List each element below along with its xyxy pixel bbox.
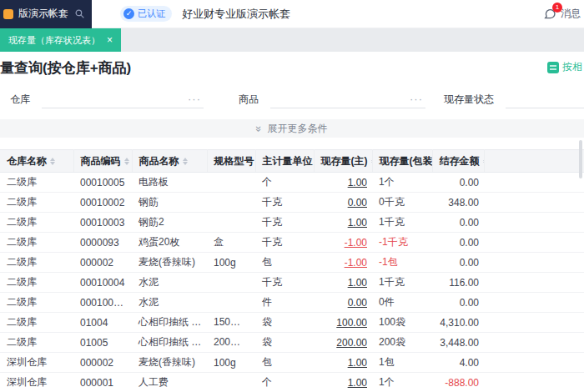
cell-qty-pkg: 1个 xyxy=(372,373,432,392)
stock-status-filter-input[interactable] xyxy=(506,90,584,108)
table-row: 二级库01005心相印抽纸 经典系列200抽*6包袋200.00200袋3,44… xyxy=(0,333,584,353)
cell-qty-main[interactable]: 200.00 xyxy=(314,333,372,353)
table-row: 二级库00010005电路板个1.001个0.00 xyxy=(0,173,584,193)
cell-unit: 袋 xyxy=(255,333,314,353)
column-header-qty-pkg[interactable]: 现存量(包装) xyxy=(372,150,432,173)
search-icon[interactable] xyxy=(74,8,85,19)
cell-extra xyxy=(484,253,584,273)
cell-qty-main[interactable]: -1.00 xyxy=(314,253,372,273)
account-name[interactable]: 好业财专业版演示帐套 xyxy=(182,7,290,22)
page-content: 量查询(按仓库+商品) 按相 仓库 ··· 商品 ··· 现存量状态 xyxy=(0,52,584,392)
tab-bar: 现存量（库存状况表） × xyxy=(0,28,584,52)
cell-spec xyxy=(207,173,255,193)
product-filter-input[interactable]: ··· xyxy=(270,90,425,108)
cell-qty-pkg: 1千克 xyxy=(372,213,432,233)
table-row: 二级库01004心相印抽纸 茶语系列 ...150抽*3包...袋100.001… xyxy=(0,313,584,333)
cell-qty-main[interactable]: -1.00 xyxy=(314,233,372,253)
filter-row: 仓库 ··· 商品 ··· 现存量状态 xyxy=(10,89,584,109)
cell-name: 心相印抽纸 经典系列 xyxy=(132,333,207,353)
verified-check-icon: ✓ xyxy=(123,8,134,19)
cell-qty-main[interactable]: 0.00 xyxy=(314,293,372,313)
cell-extra xyxy=(484,293,584,313)
column-header-extra xyxy=(484,150,584,173)
more-options-icon[interactable]: ··· xyxy=(188,93,201,105)
tab-label: 现存量（库存状况表） xyxy=(8,34,100,47)
table-row: 二级库0000093鸡蛋20枚盒千克-1.00-1千克0.00 xyxy=(0,233,584,253)
column-header-unit[interactable]: 主计量单位 xyxy=(255,150,314,173)
filter-stock-status: 现存量状态 xyxy=(444,90,584,108)
table-body: 二级库00010005电路板个1.001个0.00二级库00010002钢筋千克… xyxy=(0,173,584,392)
cell-name: 鸡蛋20枚 xyxy=(132,233,207,253)
cell-qty-main[interactable]: 100.00 xyxy=(314,313,372,333)
product-filter-label: 商品 xyxy=(239,93,259,107)
cell-extra xyxy=(484,373,584,392)
cell-qty-main[interactable]: 1.00 xyxy=(314,353,372,373)
cell-amount: 0.00 xyxy=(432,173,484,193)
cell-code: 000001 xyxy=(73,373,132,392)
message-icon[interactable]: 1 xyxy=(543,8,556,21)
cell-code: 000002 xyxy=(73,353,132,373)
message-count-badge: 1 xyxy=(552,3,562,13)
column-header-spec[interactable]: 规格型号 xyxy=(207,150,255,173)
inventory-table: 仓库名称商品编码商品名称规格型号主计量单位现存量(主)现存量(包装)结存金额? … xyxy=(0,149,584,392)
expand-more-label: 展开更多条件 xyxy=(268,122,328,136)
cell-qty-main[interactable]: 1.00 xyxy=(314,173,372,193)
cell-amount: 348.00 xyxy=(432,193,484,213)
sort-icon[interactable] xyxy=(50,158,55,165)
cell-name: 麦烧(香辣味) xyxy=(132,253,207,273)
cell-unit: 包 xyxy=(255,353,314,373)
cell-extra xyxy=(484,233,584,253)
messages-label[interactable]: 消息 xyxy=(561,7,581,21)
corner-action-label: 按相 xyxy=(562,60,582,74)
cell-warehouse: 深圳仓库 xyxy=(0,373,73,392)
cell-code: 0000093 xyxy=(73,233,132,253)
sort-icon[interactable] xyxy=(183,158,188,165)
corner-action[interactable]: 按相 xyxy=(547,60,582,74)
column-header-amount[interactable]: 结存金额? xyxy=(432,150,484,173)
cell-extra xyxy=(484,273,584,293)
topbar-right: 1 消息 xyxy=(543,7,584,21)
cell-amount: 0.00 xyxy=(432,213,484,233)
app-logo-icon xyxy=(3,9,13,19)
cell-extra xyxy=(484,173,584,193)
cell-amount: 0.00 xyxy=(432,293,484,313)
cell-qty-pkg: 0件 xyxy=(372,293,432,313)
scrollbar-thumb[interactable] xyxy=(579,140,582,178)
cell-qty-main[interactable]: 1.00 xyxy=(314,213,372,233)
table-row: 二级库000100019水泥件0.000件0.00 xyxy=(0,293,584,313)
cell-unit: 袋 xyxy=(255,313,314,333)
column-header-warehouse[interactable]: 仓库名称 xyxy=(0,150,73,173)
cell-unit: 千克 xyxy=(255,193,314,213)
cell-name: 心相印抽纸 茶语系列 ... xyxy=(132,313,207,333)
cell-code: 01004 xyxy=(73,313,132,333)
column-header-qty-main[interactable]: 现存量(主) xyxy=(314,150,372,173)
cell-spec: 盒 xyxy=(207,233,255,253)
cell-unit: 个 xyxy=(255,173,314,193)
cell-qty-main[interactable]: 1.00 xyxy=(314,273,372,293)
cell-extra xyxy=(484,193,584,213)
cell-qty-main[interactable]: 1.00 xyxy=(314,373,372,392)
table-header-row: 仓库名称商品编码商品名称规格型号主计量单位现存量(主)现存量(包装)结存金额? xyxy=(0,150,584,173)
cell-qty-pkg: -1包 xyxy=(372,253,432,273)
cell-qty-main[interactable]: 0.00 xyxy=(314,193,372,213)
cell-spec xyxy=(207,293,255,313)
sort-icon[interactable] xyxy=(124,158,129,165)
cell-unit: 包 xyxy=(255,253,314,273)
tab-current-stock[interactable]: 现存量（库存状况表） × xyxy=(0,28,121,52)
table-row: 深圳仓库000001人工费个1.001个-888.00 xyxy=(0,373,584,392)
table-row: 深圳仓库000002麦烧(香辣味)100g包1.001包4.00 xyxy=(0,353,584,373)
tab-close-icon[interactable]: × xyxy=(107,35,113,45)
more-options-icon[interactable]: ··· xyxy=(410,93,423,105)
expand-more-button[interactable]: » 展开更多条件 xyxy=(0,119,584,138)
cell-name: 电路板 xyxy=(132,173,207,193)
verified-badge[interactable]: ✓ 已认证 xyxy=(120,6,172,22)
cell-code: 000002 xyxy=(73,253,132,273)
cell-unit: 千克 xyxy=(255,273,314,293)
filter-warehouse: 仓库 ··· xyxy=(10,90,204,108)
cell-qty-pkg: -1千克 xyxy=(372,233,432,253)
cell-extra xyxy=(484,333,584,353)
warehouse-filter-input[interactable]: ··· xyxy=(42,90,204,108)
column-header-code[interactable]: 商品编码 xyxy=(73,150,132,173)
cell-code: 00010004 xyxy=(73,273,132,293)
column-header-name[interactable]: 商品名称 xyxy=(132,150,207,173)
